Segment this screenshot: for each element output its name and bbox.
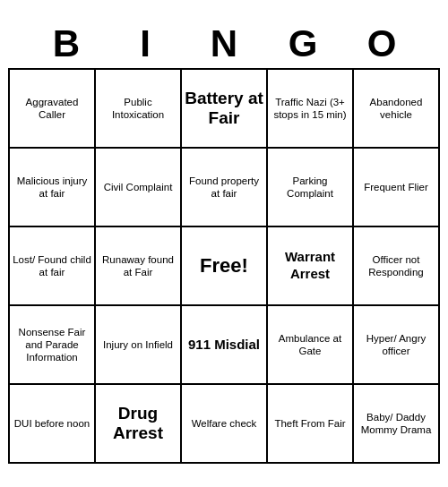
bingo-cell-20: DUI before noon xyxy=(10,385,96,464)
bingo-grid: Aggravated CallerPublic IntoxicationBatt… xyxy=(8,68,440,464)
bingo-cell-19: Hyper/ Angry officer xyxy=(354,306,440,385)
bingo-letter-n: N xyxy=(185,23,263,64)
bingo-cell-24: Baby/ Daddy Mommy Drama xyxy=(354,385,440,464)
bingo-cell-1: Public Intoxication xyxy=(96,70,182,149)
bingo-cell-23: Theft From Fair xyxy=(268,385,354,464)
bingo-letter-o: O xyxy=(342,23,421,64)
bingo-letter-i: I xyxy=(106,23,185,64)
bingo-cell-6: Civil Complaint xyxy=(96,149,182,227)
bingo-cell-2: Battery at Fair xyxy=(182,70,268,149)
bingo-cell-10: Lost/ Found child at fair xyxy=(10,227,96,306)
bingo-letter-b: B xyxy=(27,23,106,64)
bingo-cell-21: Drug Arrest xyxy=(96,385,182,464)
bingo-cell-8: Parking Complaint xyxy=(268,149,354,227)
bingo-cell-9: Frequent Flier xyxy=(354,149,440,227)
bingo-cell-17: 911 Misdial xyxy=(182,306,268,385)
bingo-cell-16: Injury on Infield xyxy=(96,306,182,385)
bingo-cell-7: Found property at fair xyxy=(182,149,268,227)
bingo-cell-18: Ambulance at Gate xyxy=(268,306,354,385)
bingo-letter-g: G xyxy=(263,23,342,64)
bingo-cell-12: Free! xyxy=(182,227,268,306)
bingo-title: BINGO xyxy=(8,23,440,64)
bingo-cell-5: Malicious injury at fair xyxy=(10,149,96,227)
bingo-cell-4: Abandoned vehicle xyxy=(354,70,440,149)
bingo-cell-0: Aggravated Caller xyxy=(10,70,96,149)
bingo-cell-14: Officer not Responding xyxy=(354,227,440,306)
bingo-cell-22: Welfare check xyxy=(182,385,268,464)
bingo-cell-15: Nonsense Fair and Parade Information xyxy=(10,306,96,385)
bingo-cell-11: Runaway found at Fair xyxy=(96,227,182,306)
bingo-card: BINGO Aggravated CallerPublic Intoxicati… xyxy=(4,20,444,467)
bingo-cell-3: Traffic Nazi (3+ stops in 15 min) xyxy=(268,70,354,149)
bingo-cell-13: Warrant Arrest xyxy=(268,227,354,306)
